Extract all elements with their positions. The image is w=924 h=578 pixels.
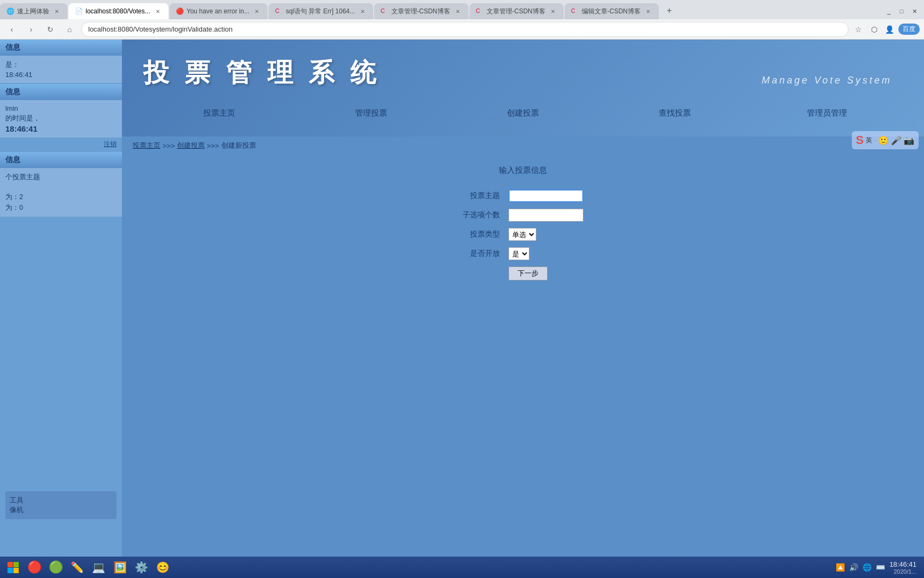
tab-2-favicon: 📄: [75, 7, 82, 15]
tab-7[interactable]: C 编辑文章-CSDN博客 ✕: [565, 3, 659, 19]
tab-5-close[interactable]: ✕: [453, 7, 462, 16]
lang-icon[interactable]: 英: [866, 136, 872, 145]
svg-rect-3: [13, 568, 19, 573]
tab-7-close[interactable]: ✕: [644, 7, 652, 16]
s-icon: S: [856, 133, 864, 147]
taskbar-start-icon[interactable]: [3, 558, 22, 577]
mic-icon[interactable]: 🎤: [891, 135, 902, 146]
svg-rect-1: [13, 562, 19, 567]
camera-icon[interactable]: 📷: [904, 135, 914, 146]
taskbar-icon-4[interactable]: 💻: [89, 558, 108, 577]
breadcrumb-home[interactable]: 投票主页: [133, 141, 160, 150]
tab-4[interactable]: C sql语句 异常 Err] 1064... ✕: [268, 3, 373, 19]
sidebar-stat-2: 为：0: [5, 203, 117, 212]
form-table: 投票主题 子选项个数 投票类型 单选 多选: [458, 186, 588, 284]
cell-submit: 下一步: [504, 263, 588, 284]
breadcrumb-sep-2: >>>: [207, 142, 219, 150]
tab-1-close[interactable]: ✕: [52, 7, 61, 16]
tab-3[interactable]: 🔴 You have an error in... ✕: [170, 3, 268, 19]
sidebar: 信息 是： 18:46:41 信息 lmin 的时间是， 18:46:41 注销…: [0, 40, 122, 557]
address-input[interactable]: localhost:8080/Votesystem/loginValidate.…: [81, 22, 849, 37]
breadcrumb-create[interactable]: 创建投票: [177, 141, 205, 150]
taskbar-icon-5[interactable]: 🖼️: [110, 558, 129, 577]
tab-4-close[interactable]: ✕: [358, 7, 367, 16]
tab-3-favicon: 🔴: [176, 7, 183, 15]
tab-6-favicon: C: [476, 7, 483, 15]
tool-item-1: 工具: [10, 496, 112, 505]
tab-2-close[interactable]: ✕: [153, 7, 162, 16]
taskbar-sys-icon-4: ⌨️: [876, 563, 885, 572]
tab-3-label: You have an error in...: [187, 7, 250, 15]
taskbar-sys-icon-1: 🔼: [836, 563, 845, 572]
logout-link[interactable]: 注销: [0, 138, 122, 151]
restore-button[interactable]: □: [896, 6, 907, 17]
taskbar-time: 18:46:41: [889, 560, 917, 568]
vote-topic-input[interactable]: [509, 189, 583, 202]
tab-4-favicon: C: [275, 7, 282, 15]
close-window-button[interactable]: ✕: [909, 6, 920, 17]
sidebar-username: lmin: [5, 104, 117, 112]
smiley-icon[interactable]: 🙂: [878, 135, 889, 146]
form-row-topic: 投票主题: [458, 186, 588, 206]
taskbar-icon-3[interactable]: ✏️: [67, 558, 87, 577]
address-right-controls: ⬡ 👤 百度: [868, 24, 920, 35]
nav-item-admin[interactable]: 管理员管理: [751, 104, 903, 123]
refresh-button[interactable]: ↻: [43, 22, 58, 37]
form-row-submit: 下一步: [458, 263, 588, 284]
window-controls: ⎯ □ ✕: [883, 3, 924, 19]
taskbar-icon-1[interactable]: 🔴: [25, 558, 44, 577]
tab-5-label: 文章管理-CSDN博客: [391, 7, 450, 16]
tab-7-favicon: C: [571, 7, 579, 15]
minimize-button[interactable]: ⎯: [883, 6, 894, 17]
bookmark-star[interactable]: ☆: [853, 25, 864, 34]
forward-button[interactable]: ›: [24, 22, 38, 37]
vote-type-select[interactable]: 单选 多选: [509, 228, 536, 241]
nav-menu: 投票主页 管理投票 创建投票 查找投票 管理员管理: [143, 95, 903, 131]
sidebar-vote-topics: 个投票主题: [5, 172, 117, 182]
tab-6[interactable]: C 文章管理-CSDN博客 ✕: [469, 3, 564, 19]
tab-5-favicon: C: [381, 7, 388, 15]
tab-1[interactable]: 🌐 速上网体验 ✕: [0, 3, 67, 19]
tab-1-label: 速上网体验: [17, 7, 49, 16]
cell-options: [504, 206, 588, 225]
tab-1-favicon: 🌐: [6, 7, 14, 15]
label-topic: 投票主题: [458, 186, 504, 206]
new-tab-button[interactable]: +: [662, 3, 677, 18]
tab-5[interactable]: C 文章管理-CSDN博客 ✕: [374, 3, 468, 19]
breadcrumb-section: 投票主页 >>> 创建投票 >>> 创建新投票 S 英 · 🙂 🎤 📷: [122, 136, 924, 155]
nav-item-search[interactable]: 查找投票: [599, 104, 751, 123]
taskbar-clock[interactable]: 18:46:41 2020/1...: [889, 560, 917, 575]
next-step-button[interactable]: 下一步: [509, 267, 548, 280]
taskbar-date: 2020/1...: [889, 568, 917, 575]
cell-topic: [504, 186, 588, 206]
tab-6-close[interactable]: ✕: [549, 7, 557, 16]
sidebar-section-3: 信息 个投票主题 为：2 为：0: [0, 152, 122, 217]
address-text: localhost:8080/Votesystem/loginValidate.…: [88, 25, 233, 33]
sidebar-label-1: 是：: [5, 60, 117, 70]
form-title: 输入投票信息: [133, 165, 913, 176]
tab-2[interactable]: 📄 localhost:8080/Votes... ✕: [68, 3, 168, 19]
taskbar-icon-7[interactable]: 😊: [153, 558, 172, 577]
form-row-open: 是否开放 是 否: [458, 244, 588, 263]
tab-3-close[interactable]: ✕: [252, 7, 261, 16]
extensions-icon[interactable]: ⬡: [868, 24, 880, 35]
breadcrumb: 投票主页 >>> 创建投票 >>> 创建新投票: [122, 136, 924, 155]
taskbar-icon-6[interactable]: ⚙️: [132, 558, 151, 577]
svg-rect-2: [7, 568, 13, 573]
taskbar-icon-2[interactable]: 🟢: [46, 558, 65, 577]
svg-rect-0: [7, 562, 13, 567]
home-button[interactable]: ⌂: [62, 22, 77, 37]
nav-item-create[interactable]: 创建投票: [447, 104, 599, 123]
vote-open-select[interactable]: 是 否: [509, 247, 529, 260]
taskbar-right: 🔼 🔊 🌐 ⌨️ 18:46:41 2020/1...: [836, 560, 921, 575]
content-header: 投 票 管 理 系 统 Manage Vote System 投票主页 管理投票…: [122, 40, 924, 136]
search-engine-button[interactable]: 百度: [898, 24, 920, 35]
sidebar-time-1: 18:46:41: [5, 71, 117, 79]
user-icon[interactable]: 👤: [883, 24, 895, 35]
back-button[interactable]: ‹: [4, 22, 19, 37]
nav-item-home[interactable]: 投票主页: [143, 104, 295, 123]
tab-2-label: localhost:8080/Votes...: [86, 7, 150, 15]
nav-item-manage[interactable]: 管理投票: [295, 104, 447, 123]
vote-options-input[interactable]: [509, 209, 583, 222]
breadcrumb-sep-1: >>>: [163, 142, 175, 150]
